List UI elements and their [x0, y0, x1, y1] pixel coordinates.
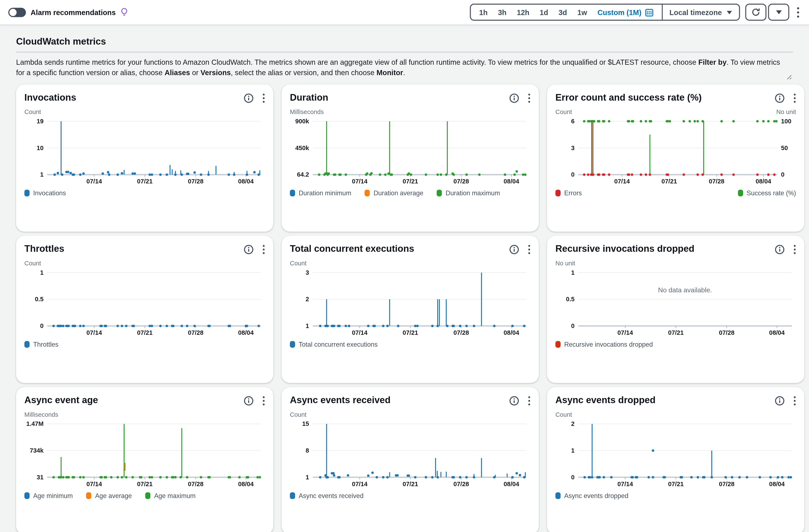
legend-item[interactable]: Recursive invocations dropped [555, 341, 653, 348]
refresh-options-button[interactable] [768, 4, 789, 21]
y-axis-unit-label: Count [24, 260, 41, 267]
info-icon[interactable] [775, 245, 785, 254]
card-kebab-menu[interactable] [793, 245, 796, 254]
legend-item[interactable]: Success rate (%) [738, 189, 796, 197]
legend-item[interactable]: Errors [555, 189, 582, 197]
data-point [121, 325, 123, 327]
resize-handle-icon[interactable] [786, 74, 792, 80]
data-point [105, 325, 107, 327]
refresh-button[interactable] [745, 4, 767, 21]
time-range-button[interactable]: 3d [558, 8, 567, 16]
data-point [338, 325, 341, 327]
time-range-button[interactable]: 3h [498, 8, 506, 16]
data-point [151, 174, 153, 176]
data-point [57, 172, 59, 174]
legend-item[interactable]: Throttles [24, 341, 58, 348]
info-icon[interactable] [775, 93, 785, 103]
chart-canvas[interactable]: 10.5007/1407/2107/2808/04No data availab… [555, 268, 796, 338]
card-kebab-menu[interactable] [528, 93, 531, 103]
time-range-button[interactable]: 1h [479, 8, 487, 16]
chart-canvas[interactable]: 63010050007/1407/2107/2808/04 [555, 117, 796, 187]
x-tick-label: 08/04 [238, 480, 254, 487]
legend-item[interactable]: Age minimum [24, 492, 73, 499]
legend-swatch [24, 492, 30, 499]
legend-item[interactable]: Age maximum [145, 492, 196, 499]
info-icon[interactable] [244, 245, 254, 254]
x-tick-label: 07/21 [137, 480, 153, 487]
toolbar-kebab-menu[interactable] [795, 5, 802, 19]
legend-item[interactable]: Duration maximum [437, 189, 500, 197]
legend-item[interactable]: Total concurrent executions [290, 341, 378, 348]
data-point [334, 174, 337, 176]
chart-canvas[interactable]: 900k450k64.207/1407/2107/2808/04 [290, 117, 531, 187]
custom-range-button[interactable]: Custom (1M) [598, 8, 653, 16]
timezone-dropdown[interactable]: Local timezone [662, 5, 739, 20]
time-range-button[interactable]: 1d [540, 8, 548, 16]
legend-item[interactable]: Async events received [290, 492, 364, 499]
info-icon[interactable] [509, 245, 519, 254]
chart-canvas[interactable]: 158107/1407/2107/2808/04 [290, 420, 531, 489]
axis-units-row: Count [555, 411, 796, 419]
data-point [631, 174, 633, 176]
info-icon[interactable] [244, 396, 254, 406]
card-kebab-menu[interactable] [262, 245, 265, 254]
x-tick-label: 07/14 [86, 480, 102, 487]
card-kebab-menu[interactable] [262, 93, 265, 103]
info-icon[interactable] [775, 396, 785, 406]
data-point [69, 172, 72, 174]
lightbulb-icon[interactable] [120, 8, 128, 17]
info-icon[interactable] [509, 396, 519, 406]
info-icon[interactable] [244, 93, 254, 103]
data-point [591, 476, 593, 479]
time-range-button[interactable]: 1w [578, 8, 587, 16]
card-kebab-menu[interactable] [793, 93, 796, 103]
legend-item[interactable]: Duration average [365, 189, 424, 197]
data-point [436, 174, 439, 176]
legend-label: Async events dropped [564, 492, 629, 499]
legend-item[interactable]: Invocations [24, 189, 66, 197]
alarm-recommendations-toggle[interactable] [8, 7, 26, 17]
metric-card: Async event age Milliseconds 1.47M734k31… [16, 387, 273, 532]
x-tick-label: 08/04 [238, 178, 254, 185]
toggle-knob [10, 8, 17, 16]
chart-canvas[interactable]: 1.47M734k3107/1407/2107/2808/04 [24, 420, 265, 489]
data-point [132, 172, 134, 175]
data-point [259, 476, 261, 479]
legend-item[interactable]: Duration minimum [290, 189, 351, 197]
y-tick-label: 1 [571, 269, 574, 276]
card-kebab-menu[interactable] [793, 396, 796, 406]
data-point [436, 476, 439, 479]
data-point [610, 476, 613, 479]
chart-legend: Invocations [24, 189, 265, 197]
data-point [693, 120, 696, 123]
info-icon[interactable] [509, 93, 519, 103]
data-point [116, 325, 119, 327]
x-tick-label: 07/14 [617, 480, 633, 487]
legend-swatch [555, 190, 561, 196]
x-tick-label: 07/21 [668, 480, 684, 487]
y-axis-unit-label: No unit [555, 260, 575, 267]
chart-canvas[interactable]: 32107/1407/2107/2808/04 [290, 268, 531, 338]
card-kebab-menu[interactable] [528, 396, 531, 406]
data-point [649, 174, 651, 176]
chart-canvas[interactable]: 1910107/1407/2107/2808/04 [24, 117, 265, 187]
card-kebab-menu[interactable] [528, 245, 531, 254]
right-y-tick-label: 100 [781, 118, 791, 125]
data-point [598, 174, 600, 176]
data-point [696, 120, 699, 123]
chart-canvas[interactable]: 10.5007/1407/2107/2808/04 [24, 268, 265, 338]
data-point [193, 325, 196, 327]
data-point [107, 171, 109, 174]
data-point [382, 476, 384, 479]
card-kebab-menu[interactable] [262, 396, 265, 406]
y-tick-label: 0 [571, 474, 574, 481]
data-point [683, 174, 685, 176]
time-range-button[interactable]: 12h [517, 8, 530, 16]
legend-item[interactable]: Age average [86, 492, 132, 499]
data-point [650, 120, 652, 123]
data-point [149, 476, 151, 479]
chart-canvas[interactable]: 21007/1407/2107/2808/04 [555, 420, 796, 489]
legend-item[interactable]: Async events dropped [555, 492, 628, 499]
x-tick-label: 08/04 [504, 329, 519, 336]
data-point [645, 174, 647, 176]
